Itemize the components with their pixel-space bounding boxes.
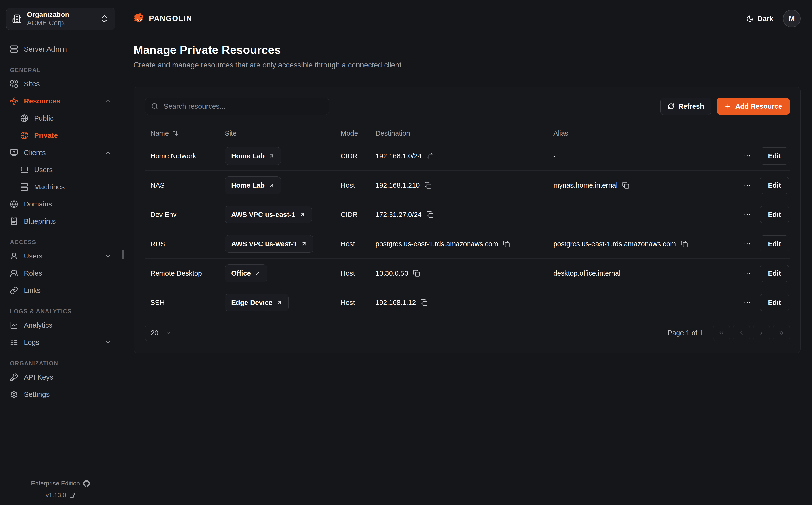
sidebar-item-users[interactable]: Users (6, 247, 115, 265)
site-link-button[interactable]: Home Lab (225, 176, 281, 194)
laptop-icon (20, 166, 28, 174)
arrow-up-right-icon (301, 241, 307, 247)
site-link-button[interactable]: Edge Device (225, 294, 289, 311)
column-header-alias: Alias (553, 130, 722, 137)
sidebar-item-server-admin[interactable]: Server Admin (6, 40, 115, 58)
logs-icon (10, 338, 18, 346)
sort-icon[interactable] (172, 130, 178, 136)
globe-icon (10, 200, 18, 208)
sidebar-item-resources[interactable]: Resources (6, 93, 115, 110)
sidebar-item-clients[interactable]: Clients (6, 144, 115, 161)
sidebar-item-links[interactable]: Links (6, 282, 115, 299)
copy-icon[interactable] (622, 182, 629, 189)
sidebar-item-clients-machines[interactable]: Machines (16, 178, 115, 195)
resource-alias-cell: mynas.home.internal (553, 181, 722, 189)
copy-icon[interactable] (426, 211, 434, 218)
sidebar-item-sites[interactable]: Sites (6, 75, 115, 93)
resource-destination-cell: 192.168.1.0/24 (376, 152, 553, 160)
resource-mode: CIDR (341, 152, 376, 160)
site-link-button[interactable]: Home Lab (225, 147, 281, 165)
sidebar-item-label: Machines (34, 183, 65, 191)
chart-line-icon (10, 321, 18, 329)
sidebar-item-label: Clients (24, 149, 46, 157)
chevrons-left-icon (718, 330, 725, 336)
waypoints-icon (10, 97, 18, 105)
user-icon (10, 252, 18, 260)
resource-destination-cell: 172.31.27.0/24 (376, 211, 553, 219)
sidebar-item-label: API Keys (24, 373, 53, 381)
chevrons-up-down-icon (99, 14, 109, 24)
site-link-button[interactable]: AWS VPC us-east-1 (225, 206, 312, 223)
globe-lock-icon (20, 131, 28, 140)
resource-alias-cell: desktop.office.internal (553, 270, 722, 277)
page-subtitle: Create and manage resources that are onl… (134, 61, 801, 69)
table-body: Home NetworkHome LabCIDR192.168.1.0/24-E… (145, 141, 790, 317)
alias-value: desktop.office.internal (553, 270, 621, 277)
row-menu-button[interactable] (743, 299, 751, 306)
arrow-up-right-icon (299, 211, 306, 218)
page-info: Page 1 of 1 (668, 329, 703, 337)
next-page-button[interactable] (753, 325, 770, 341)
row-menu-button[interactable] (743, 211, 751, 218)
main-content: PANGOLIN Dark M Manage Private Resources… (121, 0, 812, 505)
chevron-left-icon (738, 330, 745, 336)
sidebar-item-api-keys[interactable]: API Keys (6, 369, 115, 386)
edit-button[interactable]: Edit (760, 265, 789, 282)
edit-button[interactable]: Edit (760, 206, 789, 223)
add-resource-button[interactable]: Add Resource (717, 98, 790, 115)
table-row: Remote DesktopOfficeHost10.30.0.53deskto… (145, 259, 790, 288)
edit-button[interactable]: Edit (760, 147, 789, 165)
edit-button[interactable]: Edit (760, 177, 789, 194)
sidebar-item-blueprints[interactable]: Blueprints (6, 213, 115, 230)
refresh-button[interactable]: Refresh (660, 98, 712, 115)
alias-value: - (553, 211, 556, 219)
row-menu-button[interactable] (743, 270, 751, 277)
copy-icon[interactable] (421, 299, 428, 306)
copy-icon[interactable] (681, 240, 688, 247)
search-box (145, 98, 329, 115)
version-label: v1.13.0 (46, 491, 66, 499)
first-page-button[interactable] (713, 325, 730, 341)
columns-visibility-button[interactable] (781, 130, 788, 137)
edit-button[interactable]: Edit (760, 294, 789, 311)
column-header-mode: Mode (341, 130, 376, 137)
last-page-button[interactable] (773, 325, 790, 341)
sidebar-item-settings[interactable]: Settings (6, 386, 115, 403)
sidebar-item-roles[interactable]: Roles (6, 265, 115, 282)
row-menu-button[interactable] (743, 152, 751, 160)
avatar[interactable]: M (783, 10, 801, 27)
org-selector[interactable]: Organization ACME Corp. (6, 8, 115, 30)
copy-icon[interactable] (426, 152, 434, 160)
row-menu-button[interactable] (743, 181, 751, 189)
sidebar-item-domains[interactable]: Domains (6, 195, 115, 213)
sidebar-item-clients-users[interactable]: Users (16, 161, 115, 178)
site-link-button[interactable]: AWS VPC us-west-1 (225, 235, 314, 253)
sidebar-item-analytics[interactable]: Analytics (6, 317, 115, 334)
table-row: RDSAWS VPC us-west-1Hostpostgres.us-east… (145, 229, 790, 259)
users-icon (10, 269, 18, 277)
sidebar-item-resources-public[interactable]: Public (16, 110, 115, 127)
column-header-site: Site (225, 130, 341, 137)
copy-icon[interactable] (413, 270, 420, 277)
version-link[interactable]: v1.13.0 (0, 491, 121, 499)
chevron-up-icon (105, 149, 111, 156)
edit-button[interactable]: Edit (760, 235, 789, 252)
copy-icon[interactable] (503, 240, 510, 247)
column-header-name[interactable]: Name (151, 130, 225, 137)
table-row: Dev EnvAWS VPC us-east-1CIDR172.31.27.0/… (145, 200, 790, 229)
sidebar-item-logs[interactable]: Logs (6, 334, 115, 351)
sidebar-item-label: Settings (24, 390, 50, 398)
building-icon (12, 14, 22, 24)
edition-link[interactable]: Enterprise Edition (0, 480, 121, 487)
search-input[interactable] (163, 102, 323, 111)
prev-page-button[interactable] (733, 325, 750, 341)
link-icon (10, 286, 18, 295)
page-size-select[interactable]: 20 (145, 325, 176, 341)
sidebar-item-resources-private[interactable]: Private (16, 127, 115, 144)
copy-icon[interactable] (424, 182, 431, 189)
theme-toggle[interactable]: Dark (746, 15, 773, 23)
table-row: Home NetworkHome LabCIDR192.168.1.0/24-E… (145, 141, 790, 170)
row-menu-button[interactable] (743, 240, 751, 248)
sidebar-scrollbar-thumb[interactable] (122, 249, 124, 259)
site-link-button[interactable]: Office (225, 265, 267, 282)
